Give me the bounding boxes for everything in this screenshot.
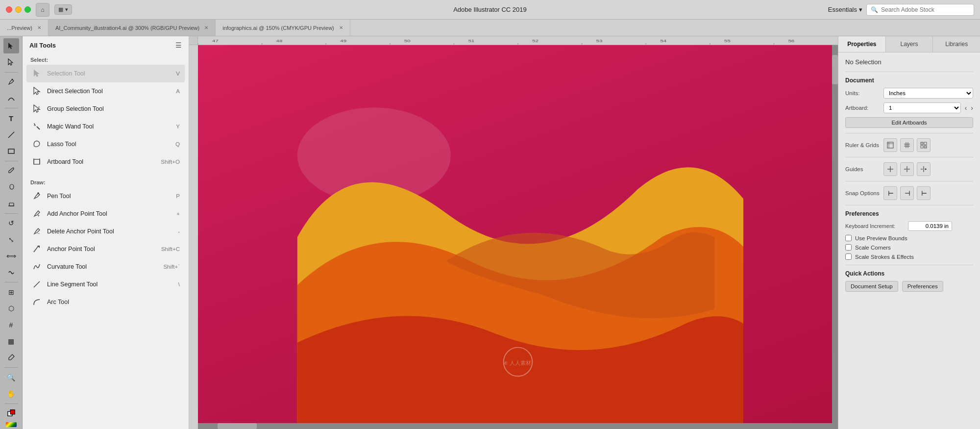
tab-layers[interactable]: Layers xyxy=(886,36,933,52)
tab-3[interactable]: infographics.ai @ 150% (CMYK/GPU Preview… xyxy=(216,20,350,36)
home-button[interactable]: ⌂ xyxy=(36,3,49,17)
search-input[interactable] xyxy=(881,6,970,13)
tool-item-delete-anchor[interactable]: − Delete Anchor Point Tool - xyxy=(26,223,185,240)
tool-selection[interactable] xyxy=(3,38,19,53)
tool-item-artboard[interactable]: Artboard Tool Shift+O xyxy=(26,153,185,171)
tool-warp[interactable] xyxy=(3,265,19,280)
tab-2-close[interactable]: ✕ xyxy=(204,25,208,30)
keyboard-increment-label: Keyboard Increment: xyxy=(845,223,904,229)
artwork[interactable]: ⊕ 人人素材 xyxy=(198,45,838,429)
tab-3-close[interactable]: ✕ xyxy=(339,25,343,30)
guides-lock-icon[interactable] xyxy=(900,162,914,176)
tab-2[interactable]: AI_Community_illustration4.ai @ 300% (RG… xyxy=(49,20,216,36)
scrollbar-thumb-v[interactable] xyxy=(832,55,838,84)
ruler-icon-btn[interactable] xyxy=(883,138,897,152)
ruler-ticks-h: 47 48 49 50 51 52 53 54 55 56 xyxy=(198,36,838,45)
separator-2 xyxy=(4,108,18,108)
svg-text:50: 50 xyxy=(404,39,411,43)
svg-rect-6 xyxy=(9,203,14,206)
tab-properties[interactable]: Properties xyxy=(838,36,886,52)
curvature-tool-shortcut: Shift+` xyxy=(163,264,180,270)
tab-1-close[interactable]: ✕ xyxy=(37,25,41,30)
tool-pen[interactable] xyxy=(3,75,19,90)
keyboard-increment-input[interactable] xyxy=(908,221,952,231)
snap-2-icon: ⊣ xyxy=(905,190,910,197)
canvas-scrollbar-v[interactable] xyxy=(832,45,838,429)
title-bar: ⌂ ▦ ▾ Adobe Illustrator CC 2019 Essentia… xyxy=(0,0,980,20)
snap-icons: ⊢ ⊣ ⊢ xyxy=(883,186,931,200)
canvas-content[interactable]: ⊕ 人人素材 xyxy=(198,45,838,429)
grid-icon-btn[interactable] xyxy=(900,138,914,152)
search-box[interactable]: 🔍 xyxy=(866,4,974,16)
color-btn[interactable] xyxy=(6,422,17,427)
tool-item-add-anchor[interactable]: + Add Anchor Point Tool + xyxy=(26,205,185,223)
tool-curvature[interactable] xyxy=(3,91,19,106)
tool-gradient[interactable]: ▦ xyxy=(3,333,19,349)
tool-direct-selection[interactable] xyxy=(3,54,19,70)
tool-rectangle[interactable] xyxy=(3,143,19,158)
grid2-icon-btn[interactable] xyxy=(917,138,931,152)
tool-shape-builder[interactable]: ⊞ xyxy=(3,284,19,300)
edit-artboards-row: Edit Artboards xyxy=(845,117,973,128)
guides-add-icon[interactable] xyxy=(883,162,897,176)
tool-item-direct-selection[interactable]: Direct Selection Tool A xyxy=(26,82,185,100)
svg-text:52: 52 xyxy=(532,39,539,43)
units-label: Units: xyxy=(845,90,880,96)
essentials-button[interactable]: Essentials ▾ xyxy=(828,6,862,13)
panel-menu-btn[interactable]: ☰ xyxy=(175,41,182,49)
minimize-btn[interactable] xyxy=(15,6,22,13)
tool-item-anchor-point[interactable]: Anchor Point Tool Shift+C xyxy=(26,240,185,258)
tool-mesh[interactable]: # xyxy=(3,317,19,332)
tool-scale[interactable]: ⤡ xyxy=(3,232,19,247)
view-button[interactable]: ▦ ▾ xyxy=(54,4,72,15)
artboard-next-btn[interactable]: › xyxy=(971,104,973,112)
select-section-label: Select: xyxy=(26,53,185,65)
artboard-select[interactable]: 1 xyxy=(883,102,961,113)
separator xyxy=(4,72,18,73)
document-setup-button[interactable]: Document Setup xyxy=(845,281,898,292)
tool-type[interactable]: T xyxy=(3,110,19,126)
tab-1-label: ...Preview) xyxy=(7,25,32,31)
tool-eyedropper[interactable] xyxy=(3,350,19,365)
tool-paintbrush[interactable] xyxy=(3,163,19,178)
tool-width[interactable]: ⟺ xyxy=(3,248,19,263)
title-bar-right: Essentials ▾ 🔍 xyxy=(828,4,974,16)
close-btn[interactable] xyxy=(6,6,12,13)
tool-item-pen[interactable]: Pen Tool P xyxy=(26,187,185,205)
snap-icon-3[interactable]: ⊢ xyxy=(917,186,931,200)
tool-hand[interactable]: ✋ xyxy=(3,386,19,401)
preferences-button[interactable]: Preferences xyxy=(902,281,943,292)
artboard-prev-btn[interactable]: ‹ xyxy=(965,104,967,112)
tab-libraries[interactable]: Libraries xyxy=(933,36,980,52)
panel-scroll[interactable]: Select: Selection Tool V Direct Selectio… xyxy=(23,53,189,429)
tool-item-magic-wand[interactable]: Magic Wand Tool Y xyxy=(26,118,185,135)
tool-item-curvature[interactable]: Curvature Tool Shift+` xyxy=(26,258,185,276)
fill-stroke-btn[interactable] xyxy=(3,406,19,421)
tool-item-group-selection[interactable]: + Group Selection Tool xyxy=(26,100,185,118)
tool-zoom[interactable]: 🔍 xyxy=(3,370,19,385)
tool-item-line-segment[interactable]: Line Segment Tool \ xyxy=(26,276,185,293)
units-select[interactable]: Inches xyxy=(883,88,973,99)
tool-item-arc[interactable]: Arc Tool xyxy=(26,293,185,311)
tool-perspective[interactable]: ⬡ xyxy=(3,301,19,316)
snap-icon-1[interactable]: ⊢ xyxy=(883,186,897,200)
use-preview-bounds-checkbox[interactable] xyxy=(845,235,852,241)
tool-item-selection[interactable]: Selection Tool V xyxy=(26,65,185,82)
tool-eraser[interactable] xyxy=(3,196,19,211)
tool-line[interactable] xyxy=(3,127,19,142)
canvas-area[interactable]: 47 48 49 50 51 52 53 54 55 56 xyxy=(189,36,838,429)
scale-corners-checkbox[interactable] xyxy=(845,244,852,251)
maximize-btn[interactable] xyxy=(24,6,31,13)
guides-clear-icon[interactable] xyxy=(917,162,931,176)
svg-rect-16 xyxy=(34,159,40,164)
guides-label: Guides xyxy=(845,166,880,172)
tool-blob-brush[interactable] xyxy=(3,179,19,195)
snap-icon-2[interactable]: ⊣ xyxy=(900,186,914,200)
tool-rotate[interactable]: ↺ xyxy=(3,216,19,231)
edit-artboards-button[interactable]: Edit Artboards xyxy=(845,117,973,128)
scrollbar-thumb-h[interactable] xyxy=(218,423,257,429)
tab-1[interactable]: ...Preview) ✕ xyxy=(0,20,49,36)
tool-item-lasso[interactable]: Lasso Tool Q xyxy=(26,135,185,153)
canvas-scrollbar-h[interactable] xyxy=(198,423,832,429)
scale-strokes-checkbox[interactable] xyxy=(845,253,852,260)
